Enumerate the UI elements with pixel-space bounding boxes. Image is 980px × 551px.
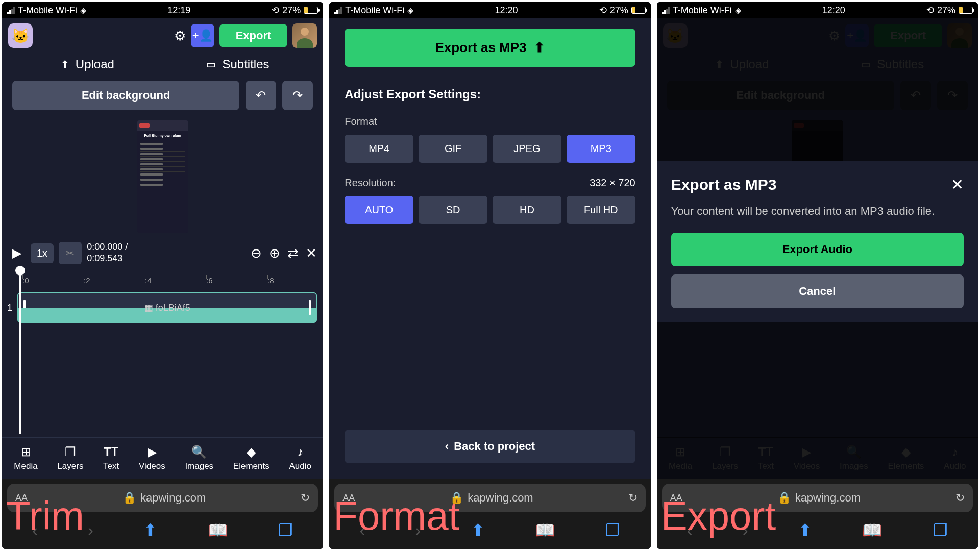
bookmarks-button[interactable]: 📖 [208, 520, 228, 540]
rotation-lock-icon: ⟲ [926, 5, 934, 16]
clock: 12:20 [495, 5, 518, 16]
export-button[interactable]: Export [219, 24, 288, 47]
res-auto[interactable]: AUTO [345, 196, 413, 224]
phone-3-export: T-Mobile Wi-Fi◈ 12:20 ⟲27% 🐱 ⚙ +👤 Export… [657, 2, 978, 549]
cut-button[interactable]: ✂ [59, 242, 82, 264]
upload-tab[interactable]: ⬆Upload [12, 57, 163, 71]
speed-button[interactable]: 1x [31, 243, 54, 263]
res-fullhd[interactable]: Full HD [567, 196, 635, 224]
wifi-icon: ◈ [735, 6, 741, 15]
share-icon: ⬆ [534, 40, 545, 56]
preview-area: Full Btu my own alum [2, 115, 323, 238]
zoom-out-button[interactable]: ⊖ [251, 245, 262, 261]
clock: 12:19 [167, 5, 190, 16]
bookmarks-button[interactable]: 📖 [535, 520, 555, 540]
undo-button[interactable]: ↶ [246, 81, 276, 110]
top-toolbar: 🐱 ⚙ +👤 Export [2, 18, 323, 53]
track-number: 1 [2, 303, 17, 313]
bookmarks-button[interactable]: 📖 [862, 520, 883, 540]
wifi-icon: ◈ [407, 6, 413, 15]
video-preview[interactable]: Full Btu my own alum [137, 120, 188, 233]
wifi-icon: ◈ [80, 6, 86, 15]
res-sd[interactable]: SD [419, 196, 487, 224]
videos-icon: ▶ [148, 445, 157, 459]
status-bar: T-Mobile Wi-Fi◈ 12:20 ⟲27% [329, 2, 650, 18]
phone-1-trim: T-Mobile Wi-Fi ◈ 12:19 ⟲ 27% 🐱 ⚙ +👤 Expo… [2, 2, 323, 549]
cancel-button[interactable]: Cancel [671, 274, 964, 308]
status-bar: T-Mobile Wi-Fi ◈ 12:19 ⟲ 27% [2, 2, 323, 18]
track-row: 1 ▦ foLBiAf5 [2, 290, 323, 325]
clock: 12:20 [822, 5, 845, 16]
export-modal: Export as MP3 ✕ Your content will be con… [657, 161, 978, 322]
tool-media[interactable]: ⊞Media [14, 445, 37, 471]
format-mp4[interactable]: MP4 [345, 135, 413, 163]
fit-button[interactable]: ⇄ [287, 245, 299, 261]
timeline-controls: ▶ 1x ✂ 0:00.000 / 0:09.543 ⊖ ⊕ ⇄ ✕ [2, 238, 323, 268]
format-row: MP4 GIF JPEG MP3 [345, 135, 635, 163]
share-button[interactable]: ⬆ [471, 520, 485, 540]
preview-caption: Full Btu my own alum [138, 134, 187, 137]
tool-images[interactable]: 🔍Images [185, 445, 213, 471]
timeline[interactable]: :0 :2 :4 :6 :8 1 ▦ foLBiAf5 [2, 271, 323, 333]
user-avatar[interactable] [292, 23, 317, 48]
reload-icon[interactable]: ↻ [301, 491, 310, 505]
clip-handle-right[interactable] [309, 300, 311, 315]
tool-audio[interactable]: ♪Audio [289, 445, 311, 471]
redo-button[interactable]: ↷ [282, 81, 313, 110]
battery-icon [959, 7, 973, 14]
lock-icon: 🔒 [777, 491, 791, 505]
res-hd[interactable]: HD [493, 196, 561, 224]
lock-icon: 🔒 [122, 491, 136, 505]
subtitles-icon: ▭ [206, 58, 216, 70]
resolution-value: 332 × 720 [590, 177, 635, 189]
tabs-button[interactable]: ❐ [933, 520, 948, 540]
rotation-lock-icon: ⟲ [272, 5, 279, 16]
phone-2-format: T-Mobile Wi-Fi◈ 12:20 ⟲27% Export as MP3… [329, 2, 650, 549]
sub-toolbar: ⬆Upload ▭Subtitles [2, 53, 323, 76]
playhead[interactable] [19, 271, 21, 434]
tabs-button[interactable]: ❐ [605, 520, 620, 540]
gear-icon[interactable]: ⚙ [174, 28, 186, 44]
zoom-in-button[interactable]: ⊕ [269, 245, 280, 261]
reload-icon[interactable]: ↻ [955, 491, 965, 505]
format-mp3[interactable]: MP3 [567, 135, 635, 163]
add-user-button[interactable]: +👤 [191, 24, 214, 47]
close-icon[interactable]: ✕ [951, 176, 964, 193]
battery-pct: 27% [282, 5, 301, 16]
tool-videos[interactable]: ▶Videos [139, 445, 165, 471]
tabs-button[interactable]: ❐ [278, 520, 293, 540]
resolution-label: Resolution: [345, 177, 396, 189]
export-audio-button[interactable]: Export Audio [671, 233, 964, 266]
signal-icon [7, 7, 15, 14]
resolution-row: AUTO SD HD Full HD [345, 196, 635, 224]
tool-layers[interactable]: ❐Layers [57, 445, 83, 471]
layers-icon: ❐ [65, 445, 76, 459]
forward-button[interactable]: › [88, 520, 93, 540]
video-clip[interactable]: ▦ foLBiAf5 [17, 292, 317, 323]
play-button[interactable]: ▶ [8, 242, 26, 264]
close-timeline-button[interactable]: ✕ [306, 245, 317, 261]
url-text: kapwing.com [140, 491, 206, 505]
battery-icon [631, 7, 646, 14]
settings-title: Adjust Export Settings: [345, 87, 635, 102]
chevron-left-icon: ‹ [445, 440, 449, 453]
reload-icon[interactable]: ↻ [628, 491, 638, 505]
ruler: :0 :2 :4 :6 :8 [2, 276, 323, 290]
edit-background-button[interactable]: Edit background [12, 81, 239, 110]
step-label-format: Format [333, 496, 459, 536]
export-as-mp3-button[interactable]: Export as MP3⬆ [345, 29, 635, 67]
format-label: Format [345, 116, 635, 128]
format-gif[interactable]: GIF [419, 135, 487, 163]
format-jpeg[interactable]: JPEG [493, 135, 561, 163]
text-icon: TT [104, 445, 118, 459]
battery-icon [304, 7, 318, 14]
back-to-project-button[interactable]: ‹Back to project [345, 430, 635, 463]
tool-text[interactable]: TTText [103, 445, 119, 471]
share-button[interactable]: ⬆ [798, 520, 812, 540]
app-avatar[interactable]: 🐱 [8, 23, 33, 48]
share-button[interactable]: ⬆ [143, 520, 157, 540]
tool-elements[interactable]: ◆Elements [233, 445, 270, 471]
subtitles-tab[interactable]: ▭Subtitles [163, 57, 313, 71]
upload-icon: ⬆ [61, 58, 69, 70]
signal-icon [662, 7, 670, 14]
